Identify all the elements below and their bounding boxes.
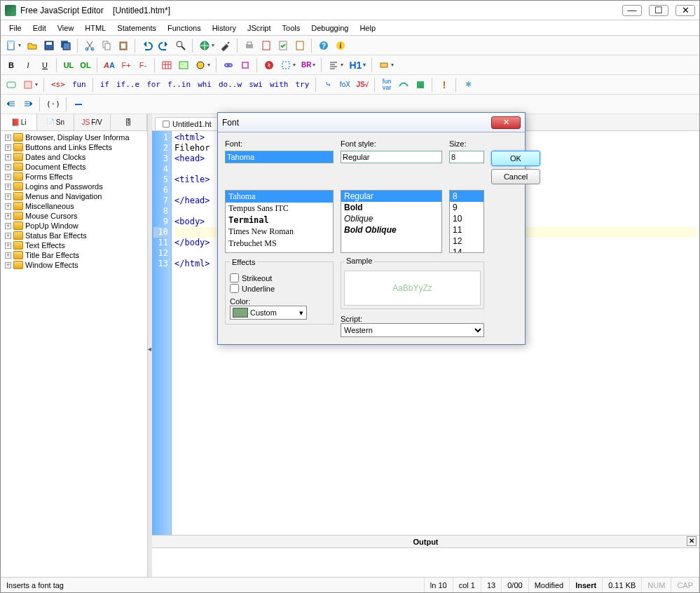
expander-icon[interactable]: + (5, 252, 11, 259)
list-option[interactable]: Trebuchet MS (226, 238, 333, 250)
tree-item[interactable]: +Document Effects (2, 162, 146, 172)
expander-icon[interactable]: + (5, 154, 11, 161)
output-close-button[interactable]: ✕ (687, 536, 696, 546)
expander-icon[interactable]: + (5, 203, 11, 210)
redo-button[interactable] (156, 38, 172, 53)
snippet-insert-button[interactable] (20, 77, 40, 93)
italic-button[interactable]: I (20, 57, 36, 73)
fox-icon[interactable]: foX (337, 77, 352, 93)
snippet-try[interactable]: try (293, 80, 313, 89)
tree-item[interactable]: +Mouse Cursors (2, 211, 146, 221)
underline-checkbox[interactable] (230, 284, 239, 293)
tree-item[interactable]: +Window Effects (2, 260, 146, 270)
menu-debugging[interactable]: Debugging (306, 22, 354, 34)
style-list[interactable]: RegularBoldObliqueBold Oblique (341, 190, 442, 253)
underline-button[interactable]: U (37, 57, 53, 73)
link-button[interactable] (221, 57, 236, 73)
help-button[interactable]: ? (316, 38, 331, 53)
open-button[interactable] (25, 38, 40, 53)
snippet-dow[interactable]: do..w (216, 80, 245, 89)
ol-button[interactable]: OL (78, 57, 93, 73)
font-input[interactable] (225, 151, 334, 163)
menu-jscript[interactable]: JScript (242, 22, 277, 34)
tree-item[interactable]: +Miscellaneous (2, 201, 146, 211)
expander-icon[interactable]: + (5, 213, 11, 219)
save-all-button[interactable] (58, 38, 74, 53)
tree-item[interactable]: +Text Effects (2, 240, 146, 250)
maximize-button[interactable]: ☐ (649, 5, 668, 16)
expander-icon[interactable]: + (5, 243, 11, 249)
strikeout-checkbox[interactable] (230, 273, 239, 282)
find-button[interactable] (173, 38, 188, 53)
ul-button[interactable]: UL (61, 57, 76, 73)
step-over-icon[interactable]: ⤷ (320, 77, 336, 93)
menu-file[interactable]: File (4, 22, 27, 34)
menu-history[interactable]: History (207, 22, 242, 34)
cut-button[interactable] (82, 38, 97, 53)
expander-icon[interactable]: + (5, 223, 11, 229)
new-file-button[interactable] (4, 38, 23, 53)
comment-button[interactable] (4, 77, 19, 93)
warning-icon[interactable]: ! (437, 77, 452, 93)
snippet-swi[interactable]: swi (246, 80, 266, 89)
list-option[interactable]: 8 (450, 191, 483, 202)
font-list[interactable]: TahomaTempus Sans ITCTerminalTimes New R… (225, 190, 334, 253)
star-icon[interactable]: ✱ (460, 77, 476, 93)
ok-button[interactable]: OK (491, 151, 540, 166)
tree-item[interactable]: +Forms Effects (2, 172, 146, 182)
expander-icon[interactable]: + (5, 184, 11, 190)
snippet-s[interactable]: <s> (48, 80, 68, 89)
list-option[interactable]: Times New Roman (226, 226, 333, 238)
list-option[interactable]: Oblique (341, 213, 441, 224)
expander-icon[interactable]: + (5, 174, 11, 180)
tree-item[interactable]: +PopUp Window (2, 221, 146, 231)
dialog-close-button[interactable]: ✕ (491, 116, 521, 129)
list-option[interactable]: 10 (450, 213, 483, 224)
line-icon[interactable] (71, 97, 86, 112)
snippet-whi[interactable]: whi (195, 80, 214, 89)
tree-item[interactable]: +Dates and Clocks (2, 152, 146, 162)
check-button[interactable] (275, 38, 291, 53)
tree-item[interactable]: +Buttons and Links Effects (2, 142, 146, 152)
align-button[interactable] (326, 57, 345, 73)
menu-edit[interactable]: Edit (27, 22, 52, 34)
menu-view[interactable]: View (52, 22, 80, 34)
tree[interactable]: +Browser, Display User Informa+Buttons a… (1, 131, 147, 577)
expander-icon[interactable]: + (5, 193, 11, 200)
tree-item[interactable]: +Menus and Navigation (2, 191, 146, 201)
browser-button[interactable] (197, 38, 217, 53)
list-option[interactable]: 9 (450, 202, 483, 213)
image-button[interactable] (176, 57, 191, 73)
frame-button[interactable] (278, 57, 298, 73)
box-button[interactable] (376, 57, 396, 73)
info-button[interactable]: i (333, 38, 348, 53)
style-input[interactable] (341, 151, 442, 163)
list-option[interactable]: 11 (450, 224, 483, 236)
expander-icon[interactable]: + (5, 135, 11, 141)
side-tab-sn[interactable]: 📄Sn (37, 114, 74, 130)
tree-item[interactable]: +Browser, Display User Informa (2, 132, 146, 142)
br-button[interactable]: BR (299, 57, 317, 73)
brackets-button[interactable]: (·) (44, 97, 62, 112)
menu-statements[interactable]: Statements (111, 22, 162, 34)
copy-button[interactable] (99, 38, 114, 53)
color-button[interactable] (193, 57, 212, 73)
list-option[interactable]: 14 (450, 247, 483, 253)
paste-button[interactable] (116, 38, 131, 53)
color-select[interactable]: Custom ▾ (230, 306, 307, 320)
tools-button[interactable] (218, 38, 233, 53)
font-plus-button[interactable]: F+ (118, 57, 134, 73)
table-button[interactable] (159, 57, 174, 73)
funvar-icon[interactable]: funvar (379, 77, 394, 93)
script-select[interactable]: Western (341, 323, 484, 337)
expander-icon[interactable]: + (5, 144, 11, 151)
font-style-button[interactable]: AA (102, 57, 117, 73)
menu-tools[interactable]: Tools (277, 22, 306, 34)
doc-button[interactable] (292, 38, 308, 53)
expander-icon[interactable]: + (5, 262, 11, 268)
expander-icon[interactable]: + (5, 233, 11, 239)
snippet-if[interactable]: if (97, 80, 112, 89)
jsv-icon[interactable]: JS√ (354, 77, 371, 93)
print-button[interactable] (242, 38, 257, 53)
anchor-button[interactable] (238, 57, 253, 73)
